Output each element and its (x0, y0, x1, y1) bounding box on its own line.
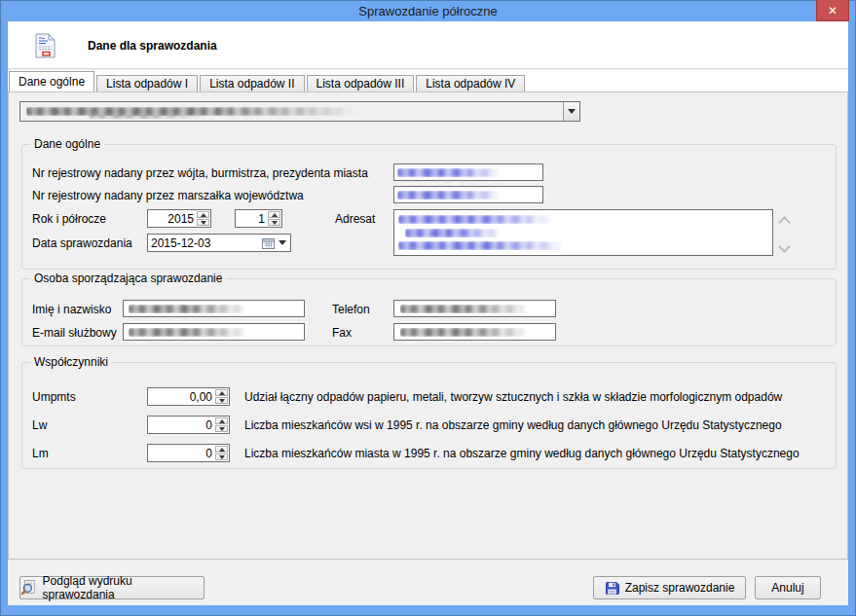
redacted-text (398, 241, 564, 250)
tab-page-dane-ogolne: Dane ogólne Nr rejestrowy nadany przez w… (8, 91, 848, 560)
lm-spinner[interactable] (147, 444, 230, 462)
window-title: Sprawozdanie półroczne (358, 4, 497, 18)
scroll-up-button[interactable] (779, 215, 790, 226)
tab-lista-odpadow-2[interactable]: Lista odpadów II (200, 75, 304, 91)
phone-field[interactable] (393, 300, 556, 317)
calendar-icon (262, 237, 275, 249)
year-spin-buttons (196, 210, 210, 227)
half-year-spin-buttons (267, 210, 281, 227)
year-spinner[interactable] (147, 209, 211, 228)
print-preview-label: Podgląd wydruku sprawozdania (43, 574, 204, 601)
save-report-button[interactable]: Zapisz sprawozdanie (593, 576, 746, 599)
umpmts-spin-buttons (214, 388, 229, 405)
arrow-down-icon (219, 399, 225, 403)
adresat-label: Adresat (335, 209, 375, 228)
group-dane-ogolne-title: Dane ogólne (30, 137, 104, 151)
year-input[interactable] (148, 210, 196, 227)
arrow-down-icon (201, 221, 206, 225)
lm-input[interactable] (148, 445, 214, 461)
redacted-text (400, 305, 529, 313)
coef-description: Udział łączny odpadów papieru, metali, t… (244, 387, 782, 406)
arrow-up-icon (272, 213, 278, 217)
reg-marshal-field[interactable] (393, 186, 543, 203)
dialog-header: Dane dla sprawozdania (8, 21, 848, 69)
arrow-down-icon (272, 221, 278, 225)
close-button[interactable]: ✕ (816, 0, 849, 21)
name-label: Imię i nazwisko (32, 300, 111, 318)
lm-spin-buttons (214, 445, 229, 461)
spin-down-button[interactable] (197, 219, 209, 226)
redacted-text (397, 168, 501, 177)
umpmts-spinner[interactable] (147, 387, 230, 406)
print-preview-icon (20, 580, 37, 596)
coef-code-label: Lm (32, 444, 49, 462)
spin-down-button[interactable] (215, 425, 228, 432)
reg-mayor-label: Nr rejestrowy nadany przez wójta, burmis… (32, 163, 368, 182)
save-icon (605, 581, 619, 596)
email-field[interactable] (123, 323, 305, 341)
spin-up-button[interactable] (215, 446, 228, 453)
arrow-down-icon (219, 427, 225, 431)
spin-up-button[interactable] (215, 389, 228, 396)
redacted-text (398, 215, 552, 224)
spin-down-button[interactable] (215, 397, 228, 404)
group-osoba-title: Osoba sporządzająca sprawozdanie (30, 272, 226, 285)
lw-spinner[interactable] (147, 416, 230, 434)
spin-up-button[interactable] (268, 211, 280, 218)
scroll-down-button[interactable] (779, 243, 790, 254)
titlebar[interactable]: Sprawozdanie półroczne ✕ (1, 1, 855, 21)
group-wspolczynniki-title: Współczynniki (30, 355, 112, 369)
half-year-spinner[interactable] (235, 209, 282, 228)
spin-up-button[interactable] (197, 211, 209, 218)
coef-code-label: Lw (32, 416, 47, 434)
report-select-combobox[interactable] (19, 101, 580, 122)
coef-description: Liczba mieszkańców wsi w 1995 r. na obsz… (244, 416, 782, 434)
tab-dane-ogolne[interactable]: Dane ogólne (9, 71, 94, 91)
report-select-value-redacted (20, 102, 563, 121)
spin-down-button[interactable] (268, 219, 280, 226)
report-date-input[interactable] (148, 236, 258, 250)
arrow-up-icon (219, 391, 225, 395)
redacted-text (89, 115, 205, 119)
redacted-text (400, 328, 529, 337)
year-half-label: Rok i półrocze (32, 209, 106, 228)
email-label: E-mail służbowy (32, 323, 117, 342)
arrow-up-icon (219, 419, 225, 423)
cancel-label: Anuluj (771, 581, 803, 595)
tab-lista-odpadow-1[interactable]: Lista odpadów I (96, 75, 198, 91)
redacted-text (405, 229, 501, 237)
redacted-text (397, 191, 501, 199)
umpmts-input[interactable] (148, 388, 214, 405)
phone-label: Telefon (332, 300, 370, 318)
adresat-textarea[interactable] (393, 209, 773, 256)
group-wspolczynniki: Współczynniki Umpmts Udział łączny odpad… (21, 362, 837, 469)
name-field[interactable] (123, 300, 305, 317)
tab-lista-odpadow-3[interactable]: Lista odpadów III (307, 75, 415, 91)
print-preview-button[interactable]: Podgląd wydruku sprawozdania (19, 576, 205, 599)
cancel-button[interactable]: Anuluj (755, 576, 821, 599)
reg-mayor-field[interactable] (393, 163, 543, 181)
tab-strip: Dane ogólne Lista odpadów I Lista odpadó… (8, 70, 848, 91)
fax-field[interactable] (393, 323, 556, 341)
group-dane-ogolne: Dane ogólne Nr rejestrowy nadany przez w… (21, 144, 837, 270)
arrow-down-icon (219, 455, 225, 459)
combo-dropdown-button[interactable] (563, 102, 579, 121)
group-osoba-sporzadzajaca: Osoba sporządzająca sprawozdanie Imię i … (21, 278, 837, 346)
report-date-picker[interactable] (147, 234, 291, 252)
lw-input[interactable] (148, 417, 214, 433)
dialog-window: Sprawozdanie półroczne ✕ Dane dla sprawo… (0, 0, 856, 616)
tab-lista-odpadow-4[interactable]: Lista odpadów IV (416, 75, 525, 91)
save-report-label: Zapisz sprawozdanie (625, 581, 735, 595)
fax-label: Fax (332, 323, 352, 342)
close-icon: ✕ (828, 4, 837, 18)
coef-description: Liczba mieszkańców miasta w 1995 r. na o… (244, 444, 800, 462)
redacted-text (129, 305, 247, 313)
spin-down-button[interactable] (215, 453, 228, 460)
arrow-up-icon (201, 213, 206, 217)
spin-up-button[interactable] (215, 417, 228, 424)
half-year-input[interactable] (236, 210, 267, 227)
header-title: Dane dla sprawozdania (88, 21, 217, 69)
redacted-text (129, 328, 247, 337)
dialog-content: Dane dla sprawozdania Dane ogólne Lista … (8, 21, 848, 605)
report-date-label: Data sprawozdania (32, 234, 132, 252)
